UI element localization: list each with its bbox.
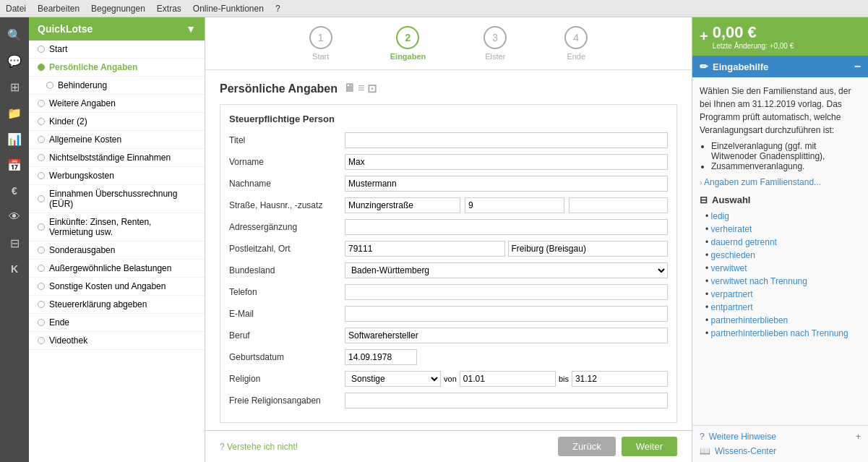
description-text: Wählen Sie den Familienstand aus, der be… <box>700 85 861 137</box>
hausnr-input[interactable] <box>465 197 564 213</box>
plz-input[interactable] <box>345 241 505 257</box>
auswahl-title: Auswahl <box>712 194 750 205</box>
vorname-input[interactable] <box>345 154 668 170</box>
nav-label-nichtselbst: Nichtselbstständige Einnahmen <box>49 153 171 163</box>
step-1[interactable]: 1 Start <box>309 26 332 61</box>
nav-item-sonder[interactable]: Sonderausgaben <box>29 241 205 260</box>
auswahl-heading: ⊟ Auswahl <box>700 194 861 205</box>
pencil-icon: ✏ <box>700 61 708 72</box>
familienstand-link[interactable]: Angaben zum Familienstand... <box>704 177 821 187</box>
nav-label-allgemeine: Allgemeine Kosten <box>49 134 121 145</box>
search-icon[interactable]: 🔍 <box>3 23 26 46</box>
wissens-center-link[interactable]: 📖 Wissens-Center <box>700 446 861 456</box>
icon-monitor: 🖥 <box>343 82 355 95</box>
euro-icon[interactable]: € <box>3 179 26 202</box>
weitere-hinweise-link[interactable]: ? Weitere Hinweise + <box>700 432 861 442</box>
chart-icon[interactable]: 📊 <box>3 127 26 150</box>
nav-item-persoenliche[interactable]: Persönliche Angaben <box>29 59 205 77</box>
menu-help[interactable]: ? <box>275 4 280 14</box>
nav-item-steuer[interactable]: Steuererklärung abgeben <box>29 296 205 314</box>
steuerpflichtige-title: Steuerpflichtige Person <box>229 114 668 124</box>
nav-item-video[interactable]: Videothek <box>29 332 205 350</box>
nachname-row: Nachname <box>229 175 668 192</box>
form-title: Persönliche Angaben 🖥 ≡ ⊡ <box>220 82 677 95</box>
nav-item-behinderung[interactable]: Behinderung <box>29 77 205 95</box>
nav-item-einkuenfte[interactable]: Einkünfte: Zinsen, Renten, Vermietung us… <box>29 213 205 241</box>
nav-collapse-icon[interactable]: ▼ <box>186 23 196 35</box>
nav-label-sonstige: Sonstige Kosten und Angaben <box>49 281 166 291</box>
table-icon[interactable]: ⊟ <box>3 231 26 254</box>
grid-icon[interactable]: ⊞ <box>3 75 26 98</box>
nav-header: QuickLotse ▼ <box>29 17 205 40</box>
adress-input[interactable] <box>345 219 668 235</box>
geburtsdatum-input[interactable] <box>345 349 417 365</box>
calendar-icon[interactable]: 📅 <box>3 153 26 176</box>
step-label-2: Eingaben <box>390 52 426 61</box>
nav-item-kinder[interactable]: Kinder (2) <box>29 113 205 131</box>
right-panel-amount-group: + 0,00 € Letzte Änderung: +0,00 € <box>700 23 794 50</box>
nachname-input[interactable] <box>345 176 668 192</box>
bullet1: Einzelveranlagung (ggf. mit Witwenoder G… <box>711 141 861 161</box>
menu-online[interactable]: Online-Funktionen <box>193 4 264 14</box>
auswahl-geschieden[interactable]: geschieden <box>705 249 861 262</box>
zusatz-input[interactable] <box>569 197 669 213</box>
message-icon[interactable]: 💬 <box>3 49 26 72</box>
strasse-input[interactable] <box>345 197 460 213</box>
religion-von-input[interactable] <box>460 371 556 387</box>
wissens-center-label: Wissens-Center <box>715 446 776 456</box>
auswahl-verwitwet[interactable]: verwitwet <box>705 262 861 275</box>
religion-label: Religion <box>229 374 345 384</box>
auswahl-partnerhinterblieben[interactable]: partnerhinterblieben <box>705 314 861 327</box>
menu-extras[interactable]: Extras <box>157 4 181 14</box>
step-2[interactable]: 2 Eingaben <box>390 26 426 61</box>
nav-item-eur[interactable]: Einnahmen Überschussrechnung (EÜR) <box>29 185 205 213</box>
ort-input[interactable] <box>508 241 669 257</box>
expand-arrow-icon: › <box>700 179 702 187</box>
email-input[interactable] <box>345 306 668 322</box>
titel-input[interactable] <box>345 132 668 148</box>
folder-icon[interactable]: 📁 <box>3 101 26 124</box>
auswahl-partnerhinterblieben-trennung[interactable]: partnerhinterblieben nach Trennung <box>705 327 861 340</box>
beruf-row: Beruf <box>229 327 668 344</box>
next-button[interactable]: Weiter <box>622 437 677 456</box>
nav-item-ausser[interactable]: Außergewöhnliche Belastungen <box>29 260 205 278</box>
nav-item-allgemeine[interactable]: Allgemeine Kosten <box>29 131 205 149</box>
auswahl-verheiratet[interactable]: verheiratet <box>705 223 861 236</box>
menu-bearbeiten[interactable]: Bearbeiten <box>38 4 80 14</box>
bundesland-label: Bundesland <box>229 265 345 275</box>
titel-row: Titel <box>229 132 668 149</box>
step-4[interactable]: 4 Ende <box>564 26 588 61</box>
auswahl-entpartnert[interactable]: entpartnert <box>705 301 861 314</box>
help-link[interactable]: ? Verstehe ich nicht! <box>220 442 298 452</box>
auswahl-section: ⊟ Auswahl ledig verheiratet dauernd getr… <box>700 194 861 340</box>
menu-begegnungen[interactable]: Begegnungen <box>91 4 145 14</box>
auswahl-ledig[interactable]: ledig <box>705 210 861 223</box>
nav-item-nichtselbst[interactable]: Nichtselbstständige Einnahmen <box>29 149 205 167</box>
nav-item-sonstige[interactable]: Sonstige Kosten und Angaben <box>29 278 205 296</box>
back-button[interactable]: Zurück <box>558 437 616 456</box>
step-3[interactable]: 3 Elster <box>484 26 507 61</box>
plus-weitere-icon: + <box>856 432 861 442</box>
religion-select[interactable]: Sonstige <box>345 371 441 387</box>
religion-bis-input[interactable] <box>572 371 668 387</box>
nav-dot-kinder <box>38 118 45 125</box>
nav-item-werbung[interactable]: Werbungskosten <box>29 167 205 185</box>
auswahl-verwitwet-trennung[interactable]: verwitwet nach Trennung <box>705 275 861 288</box>
steuerpflichtige-section: Steuerpflichtige Person Titel Vorname Na… <box>220 104 677 423</box>
k-icon[interactable]: K <box>3 257 26 281</box>
nav-dot-sonder <box>38 247 45 254</box>
nav-label-ende: Ende <box>49 317 69 328</box>
beruf-input[interactable] <box>345 328 668 343</box>
minimize-button[interactable]: − <box>854 60 861 73</box>
freie-religion-input[interactable] <box>345 393 668 408</box>
telefon-input[interactable] <box>345 284 668 300</box>
eye-icon[interactable]: 👁 <box>3 205 26 228</box>
auswahl-verpartnert[interactable]: verpartnert <box>705 288 861 301</box>
nav-item-ende[interactable]: Ende <box>29 314 205 332</box>
menu-datei[interactable]: Datei <box>6 4 26 14</box>
nav-item-start[interactable]: Start <box>29 40 205 59</box>
auswahl-dauernd[interactable]: dauernd getrennt <box>705 236 861 249</box>
bundesland-select[interactable]: Baden-Württemberg <box>345 262 668 278</box>
nav-item-weitere[interactable]: Weitere Angaben <box>29 95 205 113</box>
change-label: Letzte Änderung: +0,00 € <box>713 42 794 50</box>
